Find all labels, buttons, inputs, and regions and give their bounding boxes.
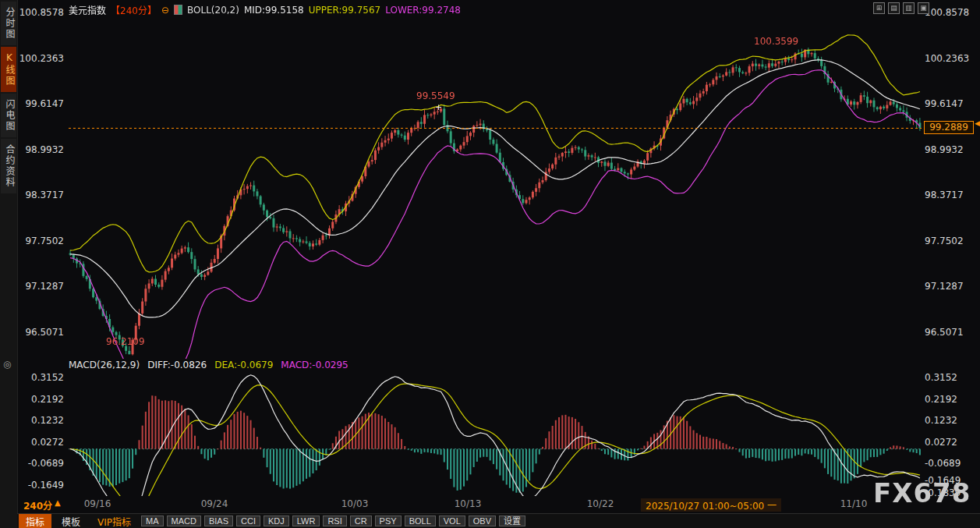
price-axis-label: 97.7502 [19, 236, 64, 246]
price-axis-label: 98.9932 [19, 144, 64, 155]
indicator-button-cr[interactable]: CR [350, 516, 372, 526]
price-axis-label: 98.3717 [19, 190, 64, 200]
date-tick: 10/13 [455, 498, 482, 509]
tab-templates[interactable]: 模板 [55, 514, 87, 528]
date-tick: 09/24 [201, 498, 228, 509]
sidebar-item-flash-chart[interactable]: 闪电图 [1, 94, 16, 137]
date-tick: 11/10 [840, 498, 868, 509]
sidebar-item-contract-info[interactable]: 合约资料 [1, 139, 16, 193]
symbol-name: 美元指数 [69, 3, 106, 16]
period-label: 【240分】 [111, 3, 157, 16]
macd-dea-value: DEA:-0.0679 [214, 360, 273, 370]
trading-app-window: 分时图 K线图 闪电图 合约资料 ◎ 美元指数【240分】 ⊖ BOLL(20,… [0, 0, 980, 528]
tab-indicators[interactable]: 指标 [19, 514, 51, 528]
low-annotation: 96.2109 [106, 336, 145, 347]
indicator-button-ma[interactable]: MA [141, 516, 164, 526]
macd-axis-label: -0.1839 [925, 488, 976, 498]
macd-axis-label: -0.0689 [925, 459, 976, 469]
time-axis: 240分 ▲ 09/16 09/24 10/03 10/13 10/22 11/… [17, 498, 980, 512]
high-annotation: 100.3599 [754, 36, 798, 47]
price-axis-label: 97.1287 [19, 281, 64, 292]
macd-axis-label: 0.0272 [925, 438, 976, 448]
macd-axis-label: 0.1232 [19, 416, 64, 426]
indicator-button-macd[interactable]: MACD [167, 516, 201, 526]
settings-button[interactable]: 设置 [499, 516, 525, 526]
price-axis-label: 100.8578 [19, 7, 64, 18]
macd-axis-label: 0.3152 [19, 373, 64, 383]
macd-axis-label: 0.1232 [925, 416, 976, 426]
maximize-window-icon[interactable]: ▣ [918, 2, 929, 14]
price-axis-label: 100.2363 [19, 53, 64, 64]
price-axis-label: 99.6147 [925, 98, 976, 109]
peak-marker-icon: + [435, 102, 442, 112]
boll-legend-icon [174, 5, 182, 15]
price-axis-label: 96.5071 [19, 327, 64, 338]
crosshair-icon[interactable]: ◎ [3, 359, 11, 370]
price-pointer-icon: ◀ [975, 119, 980, 127]
price-axis-label: 96.5071 [925, 327, 976, 338]
local-peak-annotation: 99.5549 [416, 90, 455, 101]
boll-upper-value: UPPER:99.7567 [309, 5, 380, 16]
price-axis-label: 100.2363 [925, 53, 976, 64]
chart-type-sidebar: 分时图 K线图 闪电图 合约资料 ◎ [0, 0, 18, 528]
macd-axis-label: 0.3152 [925, 373, 976, 383]
sidebar-item-kline-chart[interactable]: K线图 [1, 47, 16, 92]
macd-axis-label: 0.0272 [19, 438, 64, 448]
session-range-label: 2025/10/27 01:00~05:00 一 [641, 498, 781, 512]
price-axis-label: 98.3717 [925, 190, 976, 200]
boll-mid-value: MID:99.5158 [244, 5, 304, 16]
indicator-button-obv[interactable]: OBV [469, 516, 496, 526]
macd-axis-label: -0.0689 [19, 459, 64, 469]
macd-hist-value: MACD:-0.0295 [281, 360, 348, 370]
chart-header: 美元指数【240分】 ⊖ BOLL(20,2) MID:99.5158 UPPE… [69, 3, 461, 16]
price-axis-label: 97.1287 [925, 281, 976, 292]
sidebar-item-time-chart[interactable]: 分时图 [1, 2, 16, 45]
macd-diff-value: DIFF:-0.0826 [147, 360, 207, 370]
grid-add-icon[interactable]: ⊞ [873, 2, 885, 14]
price-axis-label: 98.9932 [925, 144, 976, 155]
indicator-button-kdj[interactable]: KDJ [264, 516, 289, 526]
indicator-button-rsi[interactable]: RSI [323, 516, 346, 526]
macd-axis-label: 0.2192 [925, 395, 976, 405]
macd-axis-label: -0.1649 [925, 476, 976, 486]
date-tick: 10/22 [587, 498, 614, 509]
date-tick: 10/03 [341, 498, 369, 509]
indicator-button-boll[interactable]: BOLL [405, 516, 436, 526]
period-arrow-icon[interactable]: ▲ [55, 498, 61, 507]
indicator-toolbar: 指标 模板 VIP指标 MA MACD BIAS CCI KDJ LWR RSI… [17, 513, 980, 528]
indicator-button-vol[interactable]: VOL [439, 516, 465, 526]
period-selector[interactable]: 240分 [23, 498, 52, 512]
indicator-button-cci[interactable]: CCI [236, 516, 260, 526]
macd-axis-label: -0.1649 [19, 480, 64, 491]
price-axis-label: 97.7502 [925, 236, 976, 246]
price-axis-label: 99.6147 [19, 98, 64, 109]
date-tick: 09/16 [84, 498, 111, 509]
macd-header: MACD(26,12,9) DIFF:-0.0826 DEA:-0.0679 M… [69, 360, 348, 370]
tab-vip-indicators[interactable]: VIP指标 [90, 514, 138, 528]
indicator-button-bias[interactable]: BIAS [204, 516, 233, 526]
collapse-icon[interactable]: ⊖ [161, 5, 169, 16]
boll-lower-value: LOWER:99.2748 [385, 5, 461, 16]
boll-indicator-label: BOLL(20,2) [187, 5, 239, 16]
list-window-icon[interactable]: ▥ [903, 2, 915, 14]
price-axis-label: 100.8578 [925, 7, 976, 18]
indicator-button-psy[interactable]: PSY [375, 516, 402, 526]
macd-axis-label: 0.2192 [19, 395, 64, 405]
macd-indicator-label: MACD(26,12,9) [69, 360, 140, 370]
chart-main-area: 美元指数【240分】 ⊖ BOLL(20,2) MID:99.5158 UPPE… [17, 0, 980, 528]
indicator-button-lwr[interactable]: LWR [292, 516, 320, 526]
last-price-badge: 99.2889 [924, 121, 974, 134]
window-controls: ⊞ ▤ ▥ ▣ [873, 2, 929, 14]
macd-chart-canvas[interactable] [69, 373, 922, 496]
candlestick-chart-canvas[interactable] [69, 6, 922, 359]
chart-window-icon[interactable]: ▤ [888, 2, 900, 14]
